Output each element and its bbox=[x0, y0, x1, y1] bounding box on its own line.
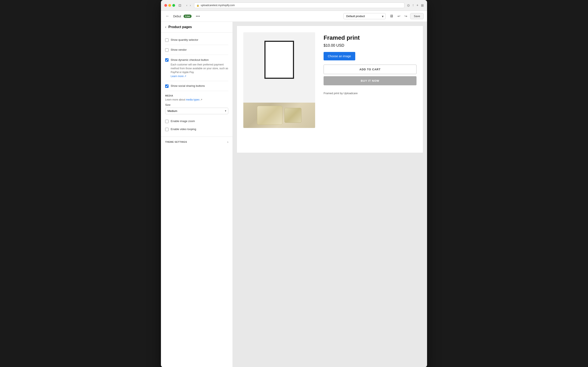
cushion-area bbox=[243, 103, 315, 128]
lock-icon: 🔒 bbox=[196, 4, 199, 7]
browser-nav: ‹ › bbox=[185, 3, 192, 8]
browser-actions: ⊙ ↑ + ⊞ bbox=[407, 3, 424, 7]
frame-box bbox=[264, 41, 294, 79]
checkbox-video-loop: Enable video looping bbox=[165, 125, 228, 133]
cushion-large bbox=[257, 106, 282, 125]
share-icon[interactable]: ↑ bbox=[412, 3, 414, 7]
live-badge: Live bbox=[184, 15, 192, 18]
checkbox-dynamic-checkout: Show dynamic checkout button Each custom… bbox=[165, 56, 228, 80]
show-quantity-label: Show quantity selector bbox=[171, 38, 198, 42]
product-price: $10.00 USD bbox=[324, 43, 417, 48]
download-icon[interactable]: ⊙ bbox=[407, 3, 410, 7]
media-types-link[interactable]: media types bbox=[186, 98, 200, 101]
media-section: MEDIA Learn more about media types ↗ Siz… bbox=[165, 94, 228, 133]
app-toolbar: ← Debut Live ••• Default product 🖥 ↩ ↪ S… bbox=[161, 11, 427, 22]
desktop-view-button[interactable]: 🖥 bbox=[388, 13, 395, 20]
preview-page: Framed print $10.00 USD Choose an image … bbox=[237, 26, 423, 153]
back-nav-button[interactable]: ‹ bbox=[185, 3, 188, 8]
theme-settings-bar[interactable]: THEME SETTINGS › bbox=[161, 137, 233, 147]
save-button[interactable]: Save bbox=[410, 13, 424, 19]
url-text: uploadcaretest.myshopify.com bbox=[201, 4, 235, 7]
traffic-lights bbox=[164, 4, 175, 7]
grid-icon[interactable]: ⊞ bbox=[421, 3, 424, 7]
show-dynamic-checkout-checkbox[interactable] bbox=[165, 58, 168, 62]
product-description: Framed print by Uploadcare bbox=[324, 92, 417, 95]
preview-area: Framed print $10.00 USD Choose an image … bbox=[233, 22, 427, 367]
sidebar-checkboxes-section: Show quantity selector Show vendor Show … bbox=[161, 33, 233, 137]
sidebar-back-button[interactable]: ‹ bbox=[165, 25, 166, 29]
more-options-button[interactable]: ••• bbox=[194, 14, 202, 19]
add-to-cart-button[interactable]: ADD TO CART bbox=[324, 65, 417, 74]
show-quantity-checkbox[interactable] bbox=[165, 38, 168, 42]
product-info: Framed print $10.00 USD Choose an image … bbox=[324, 32, 417, 95]
address-bar[interactable]: 🔒 uploadcaretest.myshopify.com bbox=[194, 2, 404, 8]
product-title: Framed print bbox=[324, 34, 417, 41]
theme-settings-label: THEME SETTINGS bbox=[165, 141, 187, 143]
learn-more-link[interactable]: Learn more ↗ bbox=[171, 75, 186, 78]
media-section-label: MEDIA bbox=[165, 94, 228, 97]
cushion-small bbox=[285, 108, 301, 123]
main-content: ‹ Product pages Show quantity selector S… bbox=[161, 22, 427, 367]
external-link-icon: ↗ bbox=[184, 75, 186, 78]
app-back-button[interactable]: ← bbox=[164, 13, 171, 20]
minimize-button[interactable] bbox=[168, 4, 171, 7]
close-button[interactable] bbox=[164, 4, 167, 7]
enable-image-zoom-checkbox[interactable] bbox=[165, 120, 168, 123]
enable-image-zoom-label: Enable image zoom bbox=[171, 119, 195, 123]
media-section-desc: Learn more about media types ↗ bbox=[165, 98, 228, 101]
show-social-sharing-checkbox[interactable] bbox=[165, 84, 168, 88]
preview-dropdown-wrapper[interactable]: Default product bbox=[344, 13, 386, 19]
size-select-wrapper[interactable]: Small Medium Large bbox=[165, 108, 228, 114]
size-label: Size bbox=[165, 103, 228, 106]
sidebar-toggle-button[interactable]: ⊡ bbox=[178, 3, 181, 7]
checkbox-social-sharing: Show social sharing buttons bbox=[165, 82, 228, 90]
product-image-area bbox=[243, 32, 315, 128]
enable-video-loop-label: Enable video looping bbox=[171, 127, 196, 131]
preview-select[interactable]: Default product bbox=[344, 13, 386, 19]
enable-video-loop-checkbox[interactable] bbox=[165, 128, 168, 131]
size-select-group: Size Small Medium Large bbox=[165, 103, 228, 114]
sidebar-header: ‹ Product pages bbox=[161, 22, 233, 33]
show-vendor-checkbox[interactable] bbox=[165, 48, 168, 52]
show-vendor-label: Show vendor bbox=[171, 48, 187, 52]
chevron-right-icon: › bbox=[227, 140, 228, 144]
size-select[interactable]: Small Medium Large bbox=[165, 108, 228, 114]
sidebar-title: Product pages bbox=[168, 25, 192, 29]
buy-it-now-button[interactable]: BUY IT NOW bbox=[324, 76, 417, 85]
sidebar: ‹ Product pages Show quantity selector S… bbox=[161, 22, 233, 367]
external-link-icon-media: ↗ bbox=[200, 98, 202, 101]
browser-chrome: ⊡ ‹ › 🔒 uploadcaretest.myshopify.com ⊙ ↑… bbox=[161, 0, 427, 11]
checkbox-image-zoom: Enable image zoom bbox=[165, 117, 228, 125]
dynamic-checkout-description: Each customer will see their preferred p… bbox=[171, 63, 228, 74]
show-social-sharing-label: Show social sharing buttons bbox=[171, 84, 205, 88]
maximize-button[interactable] bbox=[172, 4, 175, 7]
new-tab-icon[interactable]: + bbox=[417, 3, 418, 7]
forward-nav-button[interactable]: › bbox=[189, 3, 192, 8]
checkbox-show-quantity: Show quantity selector bbox=[165, 36, 228, 44]
show-dynamic-checkout-label: Show dynamic checkout button bbox=[171, 58, 209, 61]
product-image-container bbox=[243, 32, 315, 128]
choose-image-button[interactable]: Choose an image bbox=[324, 52, 355, 60]
checkbox-show-vendor: Show vendor bbox=[165, 46, 228, 54]
theme-name-label: Debut bbox=[173, 15, 181, 18]
redo-button[interactable]: ↪ bbox=[403, 13, 409, 19]
toolbar-right: 🖥 ↩ ↪ Save bbox=[388, 13, 424, 20]
product-layout: Framed print $10.00 USD Choose an image … bbox=[243, 32, 417, 128]
undo-button[interactable]: ↩ bbox=[396, 13, 402, 19]
